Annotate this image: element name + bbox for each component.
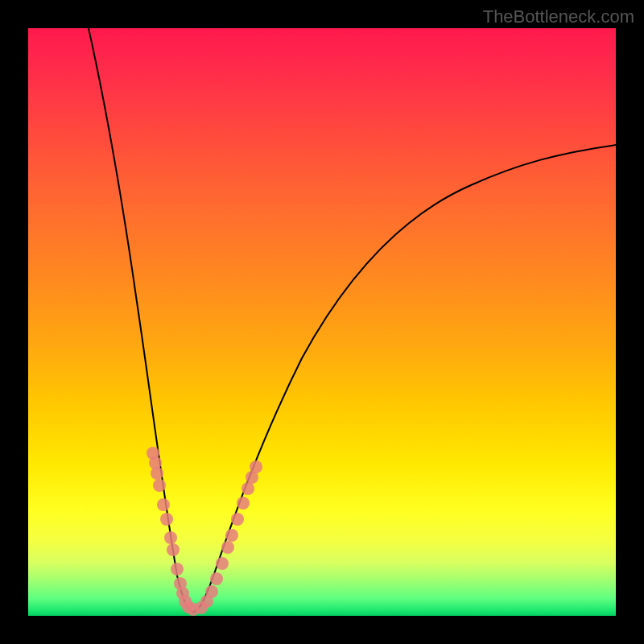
data-dot (153, 479, 166, 492)
data-dot (210, 572, 223, 585)
dots-group (147, 447, 262, 616)
data-dot (157, 498, 170, 511)
data-dot (205, 585, 218, 598)
data-dot (225, 529, 238, 542)
data-dot (250, 460, 262, 473)
data-dot (221, 541, 234, 554)
data-dot (216, 557, 229, 570)
data-dot (167, 543, 180, 556)
data-dot (231, 513, 244, 526)
data-dot (164, 531, 177, 544)
data-dot (237, 497, 250, 510)
watermark-text: TheBottleneck.com (483, 6, 634, 27)
chart-svg (28, 28, 616, 616)
data-dot (160, 513, 173, 526)
data-dot (151, 467, 163, 480)
data-dot (171, 563, 184, 576)
data-dot (242, 482, 254, 495)
